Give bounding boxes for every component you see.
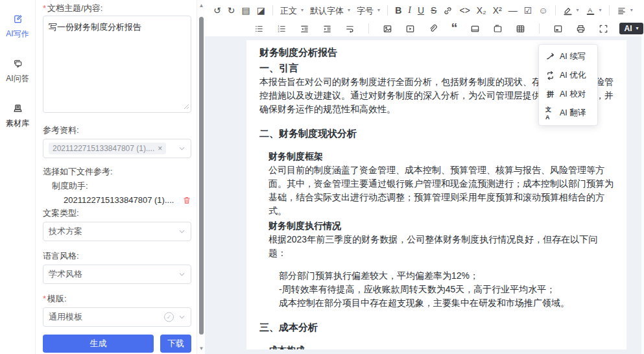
toolbar-separator [368, 23, 369, 34]
generate-button[interactable]: 生成 [43, 335, 154, 353]
ai-write-icon [13, 14, 23, 27]
required-asterisk: * [43, 294, 46, 303]
format-painter-icon[interactable]: ▤ [240, 5, 252, 16]
undo-icon[interactable]: ↺ [211, 5, 223, 16]
attachment-icon[interactable] [426, 23, 440, 35]
bold-icon[interactable]: B [393, 5, 403, 16]
fullscreen-icon[interactable] [597, 23, 610, 35]
video-icon[interactable] [403, 23, 417, 35]
superscript-icon[interactable]: X² [491, 5, 504, 16]
scrollbar-thumb[interactable] [199, 17, 204, 335]
line-wrap-icon[interactable] [343, 23, 357, 35]
style-select[interactable]: 学术风格 [43, 265, 191, 284]
eraser-icon[interactable]: ◪ [255, 5, 267, 16]
material-library-icon [13, 104, 23, 116]
style-label: 语言风格: [43, 250, 191, 262]
download-button[interactable]: 下载 [160, 335, 191, 353]
sidebar-item-ai-qa[interactable]: AI问答 [6, 59, 29, 84]
strikethrough-icon[interactable]: S [429, 5, 438, 16]
image-icon[interactable] [381, 23, 394, 35]
ai-menu-item-AI-校对[interactable]: 拼AI 校对 [539, 85, 597, 104]
doc-paragraph: 根据2023年前三季度的财务数据，公司整体财务制度执行情况良好，但存在以下问题： [259, 233, 614, 260]
reference-select[interactable]: 2021122715133847807 (1).... × [43, 139, 191, 158]
tag-close-icon[interactable]: × [158, 145, 162, 152]
doc-paragraph: -周转效率有待提高，应收账款周转天数为45天，高于行业平均水平； [259, 283, 614, 296]
doc-type-select[interactable]: 技术方案 [43, 222, 191, 241]
assistant-file-name: 2021122715133847807 (1).... [64, 195, 174, 206]
caret-down-icon: ▾ [348, 8, 350, 13]
table-icon[interactable] [514, 23, 527, 35]
ai-menu-item-label: AI 优化 [560, 70, 586, 81]
ai-menu-item-AI-续写[interactable]: AI 续写 [539, 47, 597, 66]
toolbar-separator [387, 5, 388, 16]
reference-file-tag: 2021122715133847807 (1).... × [49, 143, 166, 154]
file-section-label: 选择如下文件参考: [43, 166, 191, 178]
underline-icon[interactable]: U [416, 5, 426, 16]
paragraph-style-dropdown[interactable]: 正文▾ [278, 5, 305, 16]
inline-code-icon[interactable]: <> [457, 5, 471, 16]
link-icon[interactable] [441, 5, 455, 17]
ai-menu-item-AI-优化[interactable]: AI 优化 [539, 66, 597, 85]
caret-down-icon: ▾ [636, 26, 638, 31]
doc-heading: 财务制度框架 [259, 150, 614, 163]
ai-dropdown-menu: AI 续写AI 优化拼AI 校对文AAI 翻译 [538, 44, 598, 126]
reference-label: 参考资料: [43, 124, 191, 136]
font-family-dropdown[interactable]: 默认字体▾ [308, 5, 352, 16]
editor-scrollbar-track [641, 36, 644, 354]
toolbar-separator [272, 5, 273, 16]
ai-menu-item-label: AI 校对 [560, 89, 586, 100]
doc-paragraph: 部分部门预算执行偏差较大，平均偏差率为12%； [259, 269, 614, 283]
delete-file-trash-icon[interactable] [182, 196, 191, 205]
sidebar-item-label: AI写作 [6, 29, 29, 40]
caret-down-icon: ▾ [599, 8, 602, 13]
toolbar-row-1: ↺↻▤◪正文▾默认字体▾字号▾BIUS<>X₂X²—☑☺▾A▾▾ [205, 0, 644, 19]
italic-icon[interactable]: I [406, 5, 413, 16]
doc-heading: 财务制度执行情况 [259, 219, 614, 233]
indent-icon[interactable] [320, 23, 334, 35]
font-size-dropdown[interactable]: 字号▾ [355, 5, 382, 16]
divider-icon[interactable] [468, 23, 482, 35]
panel-scrollbar: ▲ ▼ [197, 0, 205, 354]
action-buttons-row: 生成 下载 [43, 335, 191, 353]
blockquote-icon[interactable]: “ [449, 23, 459, 34]
reference-file-tag-text: 2021122715133847807 (1).... [53, 144, 154, 153]
toolbar-separator [609, 5, 610, 16]
doc-paragraph: 公司目前的制度涵盖了资金管理、成本控制、预算管理、核算与报告、风险管理等方面。其… [259, 163, 614, 218]
sidebar-item-ai-write[interactable]: AI写作 [6, 14, 29, 40]
panel-icon[interactable] [551, 23, 565, 35]
sidebar-item-label: 素材库 [6, 118, 29, 129]
topic-textarea-wrap: 写一份财务制度分析报告 [43, 14, 191, 115]
ai-menu-item-label: AI 翻译 [560, 108, 586, 119]
ai-menu-item-AI-翻译[interactable]: 文AAI 翻译 [539, 104, 597, 123]
ai-menu-button[interactable]: AI▾ [619, 23, 643, 34]
topic-label: *文档主题/内容: [43, 3, 191, 14]
ai-translate-icon: 文A [545, 106, 555, 121]
ordered-list-icon[interactable]: 123 [275, 23, 289, 35]
topic-textarea[interactable]: 写一份财务制度分析报告 [43, 16, 191, 113]
toolbar-row-2: 123“AI▾ [252, 20, 643, 37]
task-list-icon[interactable]: ☑ [522, 5, 534, 16]
caret-down-icon: ▾ [377, 8, 380, 13]
bullet-list-icon[interactable] [252, 23, 266, 35]
sidebar-item-material-library[interactable]: 素材库 [6, 104, 29, 129]
toolbar-separator [555, 5, 556, 16]
horizontal-rule-icon[interactable]: — [507, 5, 519, 16]
code-block-icon[interactable] [491, 23, 505, 35]
highlight-color-dropdown[interactable]: ▾ [561, 5, 581, 17]
outdent-icon[interactable] [298, 23, 311, 35]
svg-text:A: A [588, 6, 592, 13]
ai-writing-form-panel: *文档主题/内容: 写一份财务制度分析报告 参考资料: 202112271513… [36, 0, 197, 354]
template-label: *模版: [43, 293, 191, 305]
template-status-icon: ✓ [164, 313, 174, 322]
align-dropdown[interactable]: ▾ [615, 5, 635, 17]
font-color-dropdown[interactable]: A▾ [584, 5, 604, 17]
emoji-icon[interactable]: ☺ [536, 5, 549, 16]
ai-proofread-icon: 拼 [545, 89, 555, 99]
required-asterisk: * [43, 3, 46, 13]
template-select[interactable]: 通用模板 ✓ [43, 307, 191, 327]
editor-area: ↺↻▤◪正文▾默认字体▾字号▾BIUS<>X₂X²—☑☺▾A▾▾ 123“AI▾… [205, 0, 644, 354]
ai-qa-icon [13, 59, 23, 71]
subscript-icon[interactable]: X₂ [475, 5, 488, 16]
redo-icon[interactable]: ↻ [226, 5, 237, 16]
print-icon[interactable] [574, 23, 588, 35]
